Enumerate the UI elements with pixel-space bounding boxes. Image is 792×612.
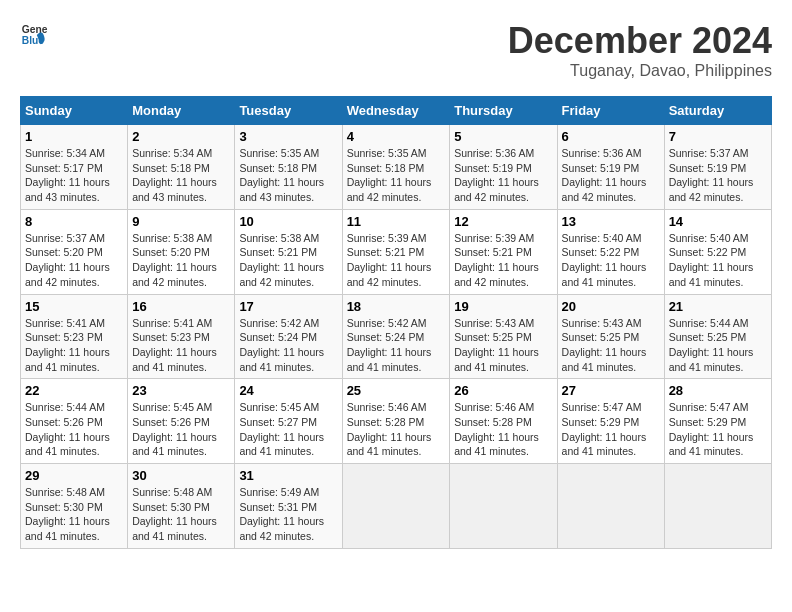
day-number: 25 (347, 383, 446, 398)
calendar-day-cell: 6 Sunrise: 5:36 AM Sunset: 5:19 PM Dayli… (557, 125, 664, 210)
calendar-week-row: 22 Sunrise: 5:44 AM Sunset: 5:26 PM Dayl… (21, 379, 772, 464)
calendar-header-cell: Wednesday (342, 97, 450, 125)
calendar-day-cell: 21 Sunrise: 5:44 AM Sunset: 5:25 PM Dayl… (664, 294, 771, 379)
day-number: 5 (454, 129, 552, 144)
day-info: Sunrise: 5:45 AM Sunset: 5:27 PM Dayligh… (239, 400, 337, 459)
day-number: 1 (25, 129, 123, 144)
day-number: 9 (132, 214, 230, 229)
day-number: 10 (239, 214, 337, 229)
calendar-day-cell (342, 464, 450, 549)
day-info: Sunrise: 5:38 AM Sunset: 5:21 PM Dayligh… (239, 231, 337, 290)
calendar-day-cell: 30 Sunrise: 5:48 AM Sunset: 5:30 PM Dayl… (128, 464, 235, 549)
calendar-day-cell: 26 Sunrise: 5:46 AM Sunset: 5:28 PM Dayl… (450, 379, 557, 464)
calendar-header-cell: Friday (557, 97, 664, 125)
calendar-day-cell: 16 Sunrise: 5:41 AM Sunset: 5:23 PM Dayl… (128, 294, 235, 379)
svg-text:General: General (22, 24, 48, 35)
calendar-header-cell: Tuesday (235, 97, 342, 125)
day-number: 21 (669, 299, 767, 314)
day-number: 4 (347, 129, 446, 144)
calendar-day-cell: 20 Sunrise: 5:43 AM Sunset: 5:25 PM Dayl… (557, 294, 664, 379)
calendar-week-row: 15 Sunrise: 5:41 AM Sunset: 5:23 PM Dayl… (21, 294, 772, 379)
calendar-header-cell: Sunday (21, 97, 128, 125)
location-subtitle: Tuganay, Davao, Philippines (508, 62, 772, 80)
calendar-body: 1 Sunrise: 5:34 AM Sunset: 5:17 PM Dayli… (21, 125, 772, 549)
calendar-day-cell: 8 Sunrise: 5:37 AM Sunset: 5:20 PM Dayli… (21, 209, 128, 294)
day-number: 6 (562, 129, 660, 144)
calendar-header-cell: Thursday (450, 97, 557, 125)
calendar-day-cell: 10 Sunrise: 5:38 AM Sunset: 5:21 PM Dayl… (235, 209, 342, 294)
calendar-week-row: 29 Sunrise: 5:48 AM Sunset: 5:30 PM Dayl… (21, 464, 772, 549)
day-number: 31 (239, 468, 337, 483)
calendar-header-row: SundayMondayTuesdayWednesdayThursdayFrid… (21, 97, 772, 125)
day-info: Sunrise: 5:49 AM Sunset: 5:31 PM Dayligh… (239, 485, 337, 544)
calendar-day-cell: 7 Sunrise: 5:37 AM Sunset: 5:19 PM Dayli… (664, 125, 771, 210)
day-info: Sunrise: 5:47 AM Sunset: 5:29 PM Dayligh… (669, 400, 767, 459)
day-number: 18 (347, 299, 446, 314)
day-info: Sunrise: 5:46 AM Sunset: 5:28 PM Dayligh… (347, 400, 446, 459)
day-number: 12 (454, 214, 552, 229)
calendar-day-cell: 9 Sunrise: 5:38 AM Sunset: 5:20 PM Dayli… (128, 209, 235, 294)
calendar-day-cell (664, 464, 771, 549)
calendar-day-cell: 19 Sunrise: 5:43 AM Sunset: 5:25 PM Dayl… (450, 294, 557, 379)
day-number: 13 (562, 214, 660, 229)
calendar-day-cell: 28 Sunrise: 5:47 AM Sunset: 5:29 PM Dayl… (664, 379, 771, 464)
calendar-day-cell: 27 Sunrise: 5:47 AM Sunset: 5:29 PM Dayl… (557, 379, 664, 464)
day-info: Sunrise: 5:39 AM Sunset: 5:21 PM Dayligh… (454, 231, 552, 290)
calendar-day-cell: 11 Sunrise: 5:39 AM Sunset: 5:21 PM Dayl… (342, 209, 450, 294)
calendar-day-cell: 17 Sunrise: 5:42 AM Sunset: 5:24 PM Dayl… (235, 294, 342, 379)
day-number: 24 (239, 383, 337, 398)
day-number: 8 (25, 214, 123, 229)
day-info: Sunrise: 5:48 AM Sunset: 5:30 PM Dayligh… (132, 485, 230, 544)
header: General Blue December 2024 Tuganay, Dava… (20, 20, 772, 80)
day-info: Sunrise: 5:48 AM Sunset: 5:30 PM Dayligh… (25, 485, 123, 544)
day-info: Sunrise: 5:41 AM Sunset: 5:23 PM Dayligh… (25, 316, 123, 375)
month-year-title: December 2024 (508, 20, 772, 62)
day-info: Sunrise: 5:43 AM Sunset: 5:25 PM Dayligh… (454, 316, 552, 375)
calendar-day-cell: 25 Sunrise: 5:46 AM Sunset: 5:28 PM Dayl… (342, 379, 450, 464)
calendar-day-cell: 22 Sunrise: 5:44 AM Sunset: 5:26 PM Dayl… (21, 379, 128, 464)
logo: General Blue (20, 20, 48, 48)
day-info: Sunrise: 5:34 AM Sunset: 5:18 PM Dayligh… (132, 146, 230, 205)
day-info: Sunrise: 5:46 AM Sunset: 5:28 PM Dayligh… (454, 400, 552, 459)
calendar-day-cell: 23 Sunrise: 5:45 AM Sunset: 5:26 PM Dayl… (128, 379, 235, 464)
day-number: 17 (239, 299, 337, 314)
calendar-day-cell: 4 Sunrise: 5:35 AM Sunset: 5:18 PM Dayli… (342, 125, 450, 210)
calendar-day-cell (450, 464, 557, 549)
calendar-day-cell: 29 Sunrise: 5:48 AM Sunset: 5:30 PM Dayl… (21, 464, 128, 549)
day-info: Sunrise: 5:47 AM Sunset: 5:29 PM Dayligh… (562, 400, 660, 459)
day-info: Sunrise: 5:40 AM Sunset: 5:22 PM Dayligh… (562, 231, 660, 290)
calendar-day-cell: 12 Sunrise: 5:39 AM Sunset: 5:21 PM Dayl… (450, 209, 557, 294)
calendar-day-cell: 13 Sunrise: 5:40 AM Sunset: 5:22 PM Dayl… (557, 209, 664, 294)
logo-icon: General Blue (20, 20, 48, 48)
calendar-header-cell: Saturday (664, 97, 771, 125)
day-info: Sunrise: 5:43 AM Sunset: 5:25 PM Dayligh… (562, 316, 660, 375)
day-number: 16 (132, 299, 230, 314)
day-number: 3 (239, 129, 337, 144)
day-info: Sunrise: 5:38 AM Sunset: 5:20 PM Dayligh… (132, 231, 230, 290)
day-info: Sunrise: 5:40 AM Sunset: 5:22 PM Dayligh… (669, 231, 767, 290)
title-area: December 2024 Tuganay, Davao, Philippine… (508, 20, 772, 80)
day-number: 2 (132, 129, 230, 144)
calendar-day-cell: 5 Sunrise: 5:36 AM Sunset: 5:19 PM Dayli… (450, 125, 557, 210)
calendar-day-cell: 15 Sunrise: 5:41 AM Sunset: 5:23 PM Dayl… (21, 294, 128, 379)
day-info: Sunrise: 5:35 AM Sunset: 5:18 PM Dayligh… (239, 146, 337, 205)
calendar-table: SundayMondayTuesdayWednesdayThursdayFrid… (20, 96, 772, 549)
day-number: 27 (562, 383, 660, 398)
calendar-day-cell: 14 Sunrise: 5:40 AM Sunset: 5:22 PM Dayl… (664, 209, 771, 294)
day-number: 22 (25, 383, 123, 398)
day-info: Sunrise: 5:42 AM Sunset: 5:24 PM Dayligh… (347, 316, 446, 375)
day-number: 30 (132, 468, 230, 483)
day-number: 26 (454, 383, 552, 398)
calendar-day-cell: 2 Sunrise: 5:34 AM Sunset: 5:18 PM Dayli… (128, 125, 235, 210)
calendar-day-cell (557, 464, 664, 549)
calendar-day-cell: 18 Sunrise: 5:42 AM Sunset: 5:24 PM Dayl… (342, 294, 450, 379)
day-info: Sunrise: 5:36 AM Sunset: 5:19 PM Dayligh… (562, 146, 660, 205)
calendar-week-row: 8 Sunrise: 5:37 AM Sunset: 5:20 PM Dayli… (21, 209, 772, 294)
day-info: Sunrise: 5:35 AM Sunset: 5:18 PM Dayligh… (347, 146, 446, 205)
day-info: Sunrise: 5:34 AM Sunset: 5:17 PM Dayligh… (25, 146, 123, 205)
day-number: 15 (25, 299, 123, 314)
day-info: Sunrise: 5:37 AM Sunset: 5:20 PM Dayligh… (25, 231, 123, 290)
day-info: Sunrise: 5:44 AM Sunset: 5:26 PM Dayligh… (25, 400, 123, 459)
day-info: Sunrise: 5:39 AM Sunset: 5:21 PM Dayligh… (347, 231, 446, 290)
calendar-week-row: 1 Sunrise: 5:34 AM Sunset: 5:17 PM Dayli… (21, 125, 772, 210)
